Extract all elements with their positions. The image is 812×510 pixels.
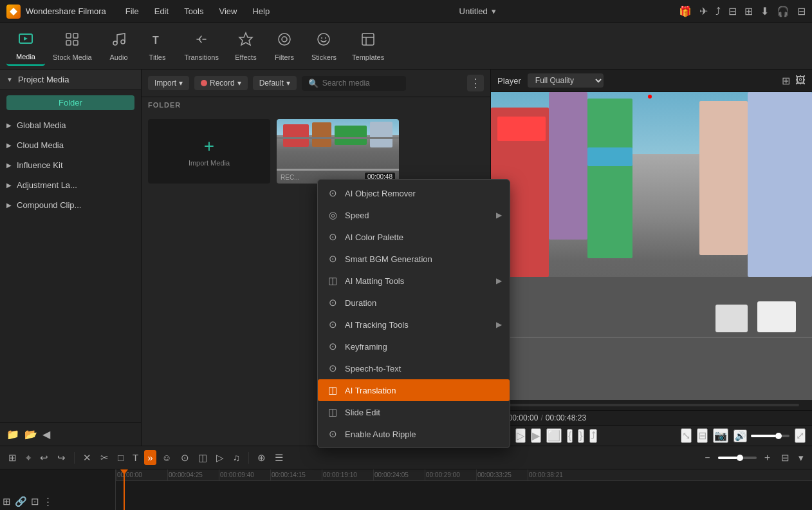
quality-select[interactable]: Full Quality Half Quality Quarter Qualit… (528, 73, 604, 88)
toolbar-stock-media[interactable]: Stock Media (45, 28, 100, 65)
timeline-speed-button[interactable]: » (144, 450, 156, 465)
toolbar-effects[interactable]: Effects (226, 28, 265, 65)
timeline-layout-button[interactable]: ⊟ (778, 450, 793, 466)
search-input[interactable] (322, 79, 400, 88)
volume-icon[interactable]: 🔊 (734, 430, 747, 442)
zoom-in-button[interactable]: ＋ (759, 449, 775, 466)
add-to-timeline-button[interactable]: ⤴ (589, 429, 597, 443)
menu-item-ai-matting[interactable]: ◫ AI Matting Tools ▶ (318, 270, 510, 292)
toolbar-audio[interactable]: Audio (100, 28, 138, 65)
toolbar-stickers[interactable]: Stickers (304, 28, 344, 65)
menu-item-duration[interactable]: ⊙ Duration (318, 292, 510, 314)
menu-item-slide-edit[interactable]: ◫ Slide Edit (318, 401, 510, 423)
timeline-ruler: 00:00:00 00:00:04:25 00:00:09:40 00:00:1… (116, 469, 812, 481)
snapshot-icon[interactable]: 🖼 (795, 75, 806, 87)
grid-view-icon[interactable]: ⊞ (782, 75, 790, 87)
toolbar-templates[interactable]: Templates (344, 28, 392, 65)
full-screen-button[interactable]: ⤡ (681, 428, 692, 443)
menu-item-smart-bgm[interactable]: ⊙ Smart BGM Generation (318, 248, 510, 270)
timeline-grid-button[interactable]: ⊞ (5, 450, 20, 466)
panel-collapse-icon[interactable]: ▼ (6, 76, 13, 83)
timeline-crop-button[interactable]: □ (115, 450, 127, 465)
panel-tree-global-media[interactable]: ▶ Global Media (0, 115, 141, 135)
export-icon[interactable]: ⤴ (715, 6, 721, 17)
timeline-cut-button[interactable]: ✂ (97, 450, 112, 466)
menu-view[interactable]: View (212, 4, 243, 19)
timeline-face-button[interactable]: ☺ (159, 450, 175, 465)
panel-tree-cloud-media[interactable]: ▶ Cloud Media (0, 135, 141, 155)
menu-item-ai-object-remover[interactable]: ⊙ AI Object Remover (318, 182, 510, 204)
preview-timeline-bar[interactable] (504, 404, 799, 406)
timeline-delete-button[interactable]: ✕ (80, 450, 95, 466)
timeline-audio-button[interactable]: ♫ (230, 450, 243, 465)
layout-icon[interactable]: ⊟ (797, 5, 806, 17)
headphone-icon[interactable]: 🎧 (777, 5, 789, 17)
panel-tree-adjustment[interactable]: ▶ Adjustment La... (0, 175, 141, 195)
toolbar-media[interactable]: Media (6, 27, 45, 66)
timeline-text-button[interactable]: T (129, 450, 142, 465)
menu-item-auto-ripple[interactable]: ⊙ Enable Auto Ripple (318, 423, 510, 445)
filters-icon (277, 32, 292, 51)
timeline-color-button[interactable]: ⊙ (178, 450, 192, 466)
timeline-settings-button[interactable]: ▾ (795, 450, 807, 466)
fullscreen-expand-button[interactable]: ⤢ (795, 428, 806, 443)
timeline-undo-button[interactable]: ↩ (37, 450, 51, 466)
minimize-icon[interactable]: ⊟ (728, 5, 737, 17)
audio-icon (111, 32, 127, 51)
toolbar-titles[interactable]: T Titles (138, 28, 177, 65)
menu-item-ai-color-palette[interactable]: ⊙ AI Color Palette (318, 226, 510, 248)
snapshot-button[interactable]: ⬜ (546, 428, 562, 443)
import-folder-icon[interactable]: 📂 (24, 428, 37, 440)
gift-icon[interactable]: 🎁 (679, 5, 692, 17)
zoom-out-button[interactable]: － (699, 449, 715, 466)
camera-button[interactable]: 📷 (713, 428, 728, 443)
timeline-play-frame-button[interactable]: ▷ (213, 450, 227, 466)
pip-button[interactable]: ⊟ (697, 428, 708, 443)
menu-item-speed[interactable]: ◎ Speed ▶ (318, 204, 510, 226)
snap-button[interactable]: ⊡ (31, 496, 39, 507)
link-button[interactable]: 🔗 (15, 496, 27, 507)
split-track-button[interactable]: ⋮ (43, 496, 53, 507)
timeline-mask-button[interactable]: ◫ (195, 450, 210, 466)
timeline-redo-button[interactable]: ↪ (54, 450, 69, 466)
menu-file[interactable]: File (119, 4, 145, 19)
panel-tree-influence-kit[interactable]: ▶ Influence Kit (0, 155, 141, 175)
play-slow-button[interactable]: ▷ (515, 428, 526, 443)
menu-item-keyframing[interactable]: ⊙ Keyframing (318, 335, 510, 357)
mark-in-button[interactable]: { (567, 429, 573, 443)
influence-kit-label: Influence Kit (17, 160, 63, 170)
sort-button[interactable]: Default ▾ (253, 76, 297, 90)
mark-out-button[interactable]: } (578, 429, 584, 443)
folder-button[interactable]: Folder (6, 95, 134, 110)
title-dropdown-icon[interactable]: ▾ (492, 6, 496, 16)
keyframing-label: Keyframing (345, 342, 387, 352)
chevron-left-icon[interactable]: ◀ (42, 428, 50, 440)
share-icon[interactable]: ✈ (699, 5, 708, 17)
import-media-thumb[interactable]: + Import Media (148, 119, 270, 184)
zoom-slider[interactable] (718, 457, 757, 459)
new-folder-icon[interactable]: 📁 (6, 428, 19, 440)
timeline-menu-button[interactable]: ☰ (272, 450, 286, 466)
toolbar-filters[interactable]: Filters (265, 28, 304, 65)
menu-edit[interactable]: Edit (148, 4, 175, 19)
split-icon[interactable]: ⊞ (744, 5, 753, 17)
volume-slider[interactable] (751, 435, 789, 437)
menu-item-ai-tracking[interactable]: ⊙ AI Tracking Tools ▶ (318, 314, 510, 335)
panel-tree-compound[interactable]: ▶ Compound Clip... (0, 195, 141, 215)
timeline-playhead[interactable] (124, 469, 125, 510)
timeline-separator-1 (74, 452, 75, 464)
play-button[interactable]: ▶ (531, 428, 541, 443)
menu-item-ai-translation[interactable]: ◫ AI Translation (318, 379, 510, 401)
download-cloud-icon[interactable]: ⬇ (761, 5, 769, 17)
more-options-button[interactable]: ⋮ (467, 75, 484, 91)
timeline-more-tools-button[interactable]: ⊕ (254, 450, 269, 466)
menu-tools[interactable]: Tools (178, 4, 210, 19)
menu-help[interactable]: Help (246, 4, 276, 19)
video-thumb[interactable]: 00:00:48 REC... (277, 119, 399, 184)
add-track-button[interactable]: ⊞ (3, 496, 11, 507)
toolbar-transitions[interactable]: Transitions (177, 28, 226, 65)
record-button[interactable]: Record ▾ (194, 76, 248, 90)
menu-item-speech-to-text[interactable]: ⊙ Speech-to-Text (318, 357, 510, 379)
timeline-select-button[interactable]: ⌖ (23, 450, 34, 466)
import-button[interactable]: Import ▾ (148, 76, 189, 90)
